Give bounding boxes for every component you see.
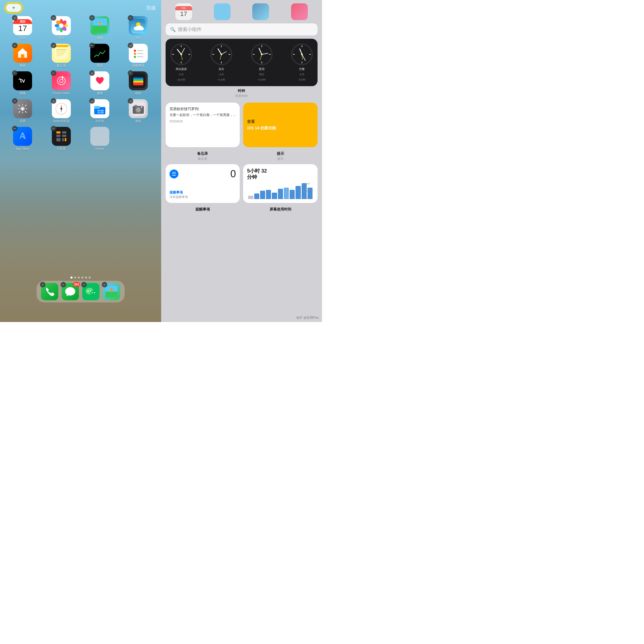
svg-rect-63: [100, 112, 104, 113]
delete-badge[interactable]: −: [89, 15, 95, 21]
svg-marker-21: [18, 48, 28, 53]
clock-widget-name: 时钟: [166, 88, 318, 93]
dock-messages[interactable]: − 384: [62, 283, 79, 300]
svg-point-99: [180, 54, 182, 55]
app-label: 相机: [135, 119, 141, 123]
svg-rect-26: [56, 54, 64, 54]
svg-text:𝔸: 𝔸: [20, 132, 26, 140]
add-widget-button[interactable]: +: [6, 3, 22, 12]
delete-badge[interactable]: −: [51, 126, 56, 131]
clock-offset: -6小时: [298, 78, 306, 82]
svg-point-109: [221, 54, 222, 55]
app-label: 日历: [20, 36, 26, 40]
svg-rect-77: [62, 135, 66, 137]
clock-offset: +1小时: [217, 78, 225, 82]
search-placeholder-text: 搜索小组件: [178, 26, 202, 33]
delete-badge[interactable]: −: [51, 98, 56, 104]
page-dot[interactable]: [74, 277, 76, 279]
list-item: − 𝔸 App Store: [4, 127, 41, 151]
list-item: − 健康: [82, 71, 118, 95]
clock-widget-section: 库比提诺 今天 -15小时: [166, 39, 318, 98]
delete-badge[interactable]: −: [128, 98, 133, 104]
delete-badge[interactable]: −: [40, 282, 45, 287]
delete-badge[interactable]: −: [51, 15, 56, 21]
list-item: − 照片: [43, 16, 79, 40]
done-button[interactable]: 完成: [146, 5, 156, 11]
extras-folder-icon[interactable]: [90, 127, 109, 146]
list-item: −: [4, 99, 41, 123]
top-bar: + 完成: [0, 0, 161, 14]
delete-badge[interactable]: −: [89, 98, 95, 104]
notes-content: 夫妻一起砍价，一个装白脸，一个装黑脸，...: [170, 113, 236, 117]
svg-point-69: [141, 106, 142, 108]
delete-badge[interactable]: −: [51, 70, 56, 76]
delete-badge[interactable]: −: [89, 43, 95, 48]
clock-offset: +2小时: [258, 78, 265, 82]
list-item: − Safari浏览器: [43, 99, 79, 123]
dock-maps[interactable]: −: [103, 283, 120, 300]
svg-rect-24: [56, 49, 66, 50]
list-item: − 文件夹: [82, 99, 118, 123]
notification-badge: 384: [73, 282, 80, 287]
clock-widget[interactable]: 库比提诺 今天 -15小时: [166, 39, 318, 86]
svg-rect-25: [56, 52, 66, 52]
reminders-bottom-label: 提醒事项: [166, 205, 240, 212]
reminders-widget[interactable]: ☰ 0 提醒事项 没有提醒事项: [166, 164, 240, 203]
page-dot[interactable]: [85, 277, 87, 279]
screen-time-widget[interactable]: 5小时 32分钟 60 分钟 30 分钟 0 分钟: [243, 164, 318, 203]
dock: − − 384 −: [37, 281, 125, 302]
notes-title: 买房砍价技巧罗列:: [170, 106, 236, 112]
left-panel: + 完成 − 周四 17 日历 −: [0, 0, 161, 322]
svg-rect-75: [62, 131, 66, 134]
svg-rect-39: [54, 74, 69, 88]
notes-widget[interactable]: 买房砍价技巧罗列: 夫妻一起砍价，一个装白脸，一个装黑脸，... 2020/8/…: [166, 103, 240, 147]
svg-rect-88: [106, 292, 117, 297]
list-item: − 计算器: [43, 127, 79, 151]
app-icon-wrap: −: [13, 44, 32, 63]
reminders-subtitle: 没有提醒事项: [170, 195, 236, 199]
tips-highlight: iOS 14 的新功能: [247, 125, 314, 130]
list-item: − 280 地图: [82, 16, 118, 40]
page-dot[interactable]: [81, 277, 83, 279]
clock-paris: 巴黎 今天 -6小时: [291, 43, 313, 82]
tips-widget-sub: 提示: [243, 157, 318, 161]
widget-search-bar[interactable]: 🔍 搜索小组件: [166, 23, 318, 35]
bar: [284, 188, 289, 199]
svg-text:tv: tv: [20, 78, 25, 84]
list-item: − 相机: [120, 99, 156, 123]
page-dot[interactable]: [89, 277, 91, 279]
bar: [260, 191, 265, 199]
delete-badge[interactable]: −: [81, 282, 87, 287]
tips-widget[interactable]: 查看 iOS 14 的新功能: [243, 103, 318, 147]
page-dot[interactable]: [78, 277, 80, 279]
app-label: 设置: [20, 119, 26, 123]
delete-badge[interactable]: −: [12, 126, 18, 131]
delete-badge[interactable]: −: [102, 282, 107, 287]
app-label: 天气: [135, 36, 141, 40]
app-icon-wrap: −: [129, 44, 148, 63]
app-label: 备忘录: [57, 64, 66, 67]
app-label: 照片: [58, 36, 64, 40]
svg-rect-61: [100, 110, 104, 112]
delete-badge[interactable]: −: [60, 282, 66, 287]
right-panel: 周四 17 🔍 搜索小组件: [161, 0, 322, 322]
bottom-labels: 提醒事项 屏幕使用时间: [161, 205, 322, 215]
delete-badge[interactable]: −: [12, 98, 18, 104]
dock-phone[interactable]: −: [41, 283, 58, 300]
app-label: App Store: [16, 147, 30, 151]
clock-offset: -15小时: [177, 78, 185, 82]
app-label: iTunes Store: [53, 91, 70, 95]
app-icon-wrap: −: [52, 127, 71, 146]
svg-rect-48: [133, 83, 143, 85]
reminders-top: ☰ 0: [170, 168, 236, 180]
notes-widget-sub: 备忘录: [166, 157, 240, 161]
app-label: Safari浏览器: [53, 119, 70, 123]
app-label: 地图: [97, 36, 103, 40]
page-dot[interactable]: [70, 277, 72, 279]
top-app-calendar: 周四 17: [175, 3, 192, 20]
clock-tokyo: 东京 今天 +1小时: [210, 43, 233, 82]
dock-wechat[interactable]: −: [82, 283, 100, 300]
delete-badge[interactable]: −: [51, 43, 56, 48]
svg-point-31: [134, 50, 136, 52]
svg-rect-80: [65, 138, 66, 141]
